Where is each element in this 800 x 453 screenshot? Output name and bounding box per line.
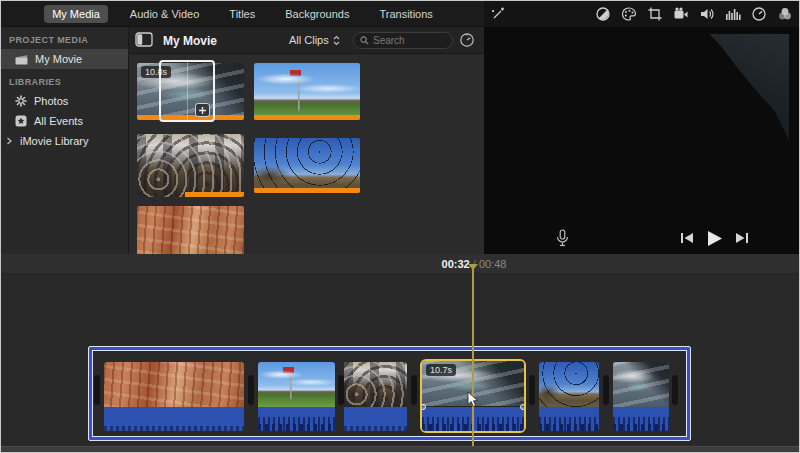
clip-thumbnail [104, 362, 244, 407]
project-media-header: PROJECT MEDIA [1, 27, 128, 49]
video-preview[interactable] [557, 34, 789, 218]
star-square-icon [15, 115, 27, 127]
clip-edge-handle[interactable] [411, 375, 417, 405]
tab-audio-video[interactable]: Audio & Video [122, 5, 208, 23]
imovie-window: My Media Audio & Video Titles Background… [0, 0, 800, 453]
current-time: 00:32 [442, 258, 470, 270]
timeline[interactable]: 10.7s [1, 274, 800, 446]
color-filters-icon[interactable] [777, 6, 793, 22]
libraries-header: LIBRARIES [1, 69, 128, 91]
crop-icon[interactable] [647, 6, 663, 22]
sidebar-item-my-movie[interactable]: My Movie [1, 49, 128, 69]
next-frame-button[interactable] [735, 232, 749, 244]
media-clip-street-crowd[interactable] [137, 134, 244, 197]
media-clip-canyon-rock[interactable] [137, 206, 244, 254]
previous-frame-button[interactable] [680, 232, 694, 244]
add-to-timeline-button[interactable] [195, 103, 210, 117]
clip-audio-strip[interactable] [104, 407, 244, 431]
media-clip-flag-park[interactable] [254, 63, 360, 120]
sidebar-item-imovie-library[interactable]: iMovie Library [1, 131, 128, 151]
timeline-clip-stormy-sea-2[interactable] [613, 362, 669, 431]
sidebar-item-photos[interactable]: Photos [1, 91, 128, 111]
stabilization-camera-icon[interactable] [673, 6, 689, 22]
clip-duration-dial-icon[interactable] [459, 32, 475, 48]
media-browser-header: My Movie All Clips [129, 27, 484, 54]
plus-icon [198, 106, 207, 115]
search-field[interactable] [353, 32, 453, 49]
timeline-clip-flag-park[interactable] [258, 362, 335, 431]
tab-my-media[interactable]: My Media [44, 5, 108, 23]
clip-audio-strip[interactable] [344, 407, 407, 431]
sidebar-item-label: Photos [34, 95, 68, 107]
noise-equalizer-icon[interactable] [725, 6, 741, 22]
speed-gauge-icon[interactable] [751, 6, 767, 22]
media-browser: My Movie All Clips 10.8s [129, 27, 484, 254]
tab-transitions[interactable]: Transitions [371, 5, 440, 23]
clip-filter-dropdown[interactable]: All Clips [289, 34, 340, 46]
timeline-clip-sky-birds[interactable] [539, 362, 599, 431]
viewer-panel [484, 27, 800, 254]
sidebar-toggle-icon[interactable] [135, 32, 153, 47]
clip-edge-handle[interactable] [248, 375, 254, 405]
audio-fade-handle[interactable] [422, 404, 426, 410]
clip-thumbnail [258, 362, 335, 407]
enhance-wand-icon[interactable] [490, 6, 506, 22]
audio-fade-handle[interactable] [520, 404, 524, 410]
window-footer-strip [1, 446, 800, 453]
clip-filter-label: All Clips [289, 34, 329, 46]
adjust-toolbar [484, 1, 800, 27]
clip-edge-handle[interactable] [603, 375, 609, 405]
media-panel-title: My Movie [163, 34, 217, 48]
sidebar-item-label: My Movie [35, 53, 82, 65]
timecode-strip: 00:32 / 00:48 [1, 254, 800, 274]
search-icon [360, 36, 369, 45]
volume-icon[interactable] [699, 6, 715, 22]
photos-pinwheel-icon [15, 95, 27, 107]
sidebar-item-label: All Events [34, 115, 83, 127]
timeline-clip-street-crowd[interactable] [344, 362, 407, 431]
clip-audio-strip[interactable] [539, 407, 599, 431]
color-palette-icon[interactable] [621, 6, 637, 22]
playback-controls [484, 223, 800, 253]
clip-thumbnail [344, 362, 407, 407]
voiceover-microphone-icon[interactable] [556, 229, 569, 247]
clip-edge-handle[interactable] [94, 375, 100, 405]
play-button[interactable] [706, 230, 723, 247]
clip-duration-badge: 10.7s [426, 364, 456, 376]
total-duration: 00:48 [479, 258, 507, 270]
clip-edge-handle[interactable] [672, 375, 678, 405]
disclosure-chevron-icon[interactable] [5, 137, 13, 145]
used-in-project-bar [254, 188, 360, 193]
updown-chevrons-icon [333, 35, 340, 46]
media-clip-sky-birds[interactable] [254, 138, 360, 193]
clip-edge-handle[interactable] [529, 375, 535, 405]
timeline-clip-canyon-rock[interactable] [104, 362, 244, 431]
library-sidebar: PROJECT MEDIA My Movie LIBRARIES Photos [1, 27, 129, 254]
media-tabbar: My Media Audio & Video Titles Background… [1, 1, 484, 27]
clip-thumbnail [613, 362, 669, 407]
used-in-project-bar [185, 192, 244, 197]
clip-thumbnail [539, 362, 599, 407]
mouse-cursor [467, 391, 479, 408]
search-input[interactable] [373, 35, 443, 46]
clapperboard-icon [15, 54, 28, 65]
tab-backgrounds[interactable]: Backgrounds [277, 5, 357, 23]
color-balance-icon[interactable] [595, 6, 611, 22]
clip-range-selection[interactable] [159, 60, 215, 122]
preview-rock-shape [668, 34, 789, 141]
clip-audio-strip[interactable] [258, 407, 335, 431]
sidebar-item-label: iMovie Library [20, 135, 88, 147]
playhead[interactable] [472, 267, 474, 446]
clip-audio-strip[interactable] [613, 407, 669, 431]
used-in-project-bar [254, 115, 360, 120]
tab-titles[interactable]: Titles [221, 5, 263, 23]
sidebar-item-all-events[interactable]: All Events [1, 111, 128, 131]
